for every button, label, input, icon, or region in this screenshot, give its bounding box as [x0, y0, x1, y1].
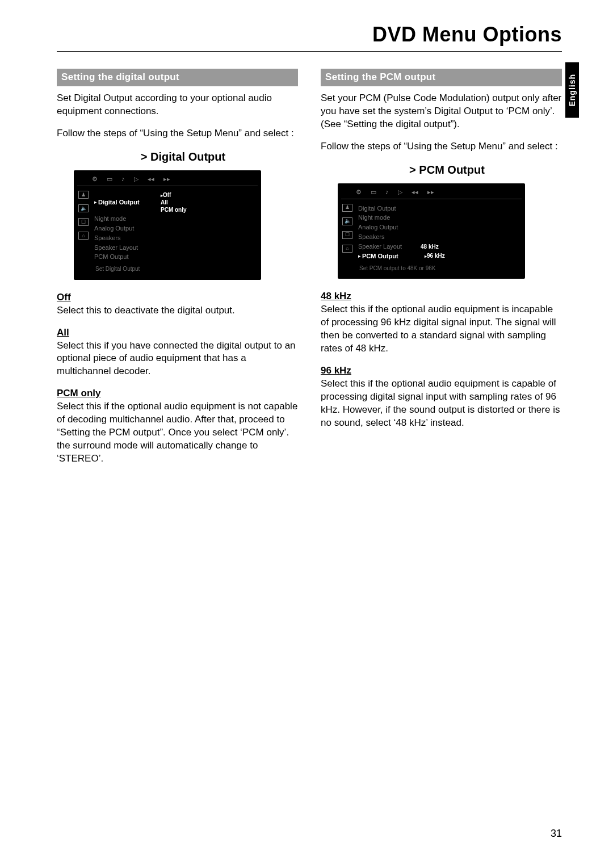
osd-status: Set PCM output to 48K or 96K	[358, 265, 522, 272]
osd-panel: ⚙ ▭ ♪ ▷ ◂◂ ▸▸ ♟ 🔈 ☐ ⌂ ▸	[74, 170, 261, 280]
menu-options: 48 kHz	[421, 243, 439, 250]
osd-screenshot-pcm: > PCM Output ⚙ ▭ ♪ ▷ ◂◂ ▸▸ ♟ 🔈 ☐ ⌂	[338, 162, 556, 279]
osd-panel: ⚙ ▭ ♪ ▷ ◂◂ ▸▸ ♟ 🔈 ☐ ⌂ Digital Output	[338, 183, 525, 279]
menu-row: ▸ Digital Output ▸Off All PCM only	[94, 191, 258, 214]
menu-options: ▸Off All PCM only	[161, 191, 187, 213]
menu-row: Digital Output	[358, 204, 522, 213]
menu-options: ▸96 kHz	[425, 252, 445, 259]
osd-title: > PCM Output	[338, 162, 556, 178]
lock-icon: ⌂	[78, 232, 89, 240]
play-icon: ▷	[134, 175, 138, 183]
lock-icon: ⌂	[342, 245, 352, 253]
screen-icon: ▭	[107, 175, 112, 183]
osd-screenshot-digital: > Digital Output ⚙ ▭ ♪ ▷ ◂◂ ▸▸ ♟ 🔈 ☐ ⌂	[74, 149, 292, 280]
menu-label: Night mode	[94, 215, 157, 223]
menu-label: PCM Output	[94, 253, 157, 261]
rewind-icon: ◂◂	[412, 188, 418, 196]
subtitle-icon: ☐	[342, 231, 352, 239]
speaker-icon: 🔈	[78, 204, 89, 212]
language-tab: English	[565, 62, 579, 118]
rewind-icon: ◂◂	[148, 175, 154, 183]
person-icon: ♟	[342, 204, 352, 212]
menu-row: ▸ PCM Output ▸96 kHz	[358, 251, 522, 261]
forward-icon: ▸▸	[163, 175, 170, 183]
osd-status: Set Digital Output	[94, 265, 258, 273]
osd-menu-list: ▸ Digital Output ▸Off All PCM only Night…	[94, 188, 258, 275]
osd-toolbar: ⚙ ▭ ♪ ▷ ◂◂ ▸▸	[77, 174, 258, 186]
play-icon: ▷	[398, 188, 402, 196]
follow-text: Follow the steps of “Using the Setup Men…	[57, 127, 298, 140]
title-rule	[57, 51, 562, 52]
slider-icon: ⚙	[92, 175, 98, 183]
menu-label: Analog Output	[358, 223, 421, 232]
menu-label: Speaker Layout	[94, 244, 157, 252]
menu-row: Night mode	[94, 214, 258, 224]
intro-text: Set your PCM (Pulse Code Modulation) out…	[321, 92, 562, 131]
right-column: Setting the PCM output Set your PCM (Pul…	[321, 69, 562, 475]
osd-toolbar: ⚙ ▭ ♪ ▷ ◂◂ ▸▸	[341, 187, 522, 199]
option-item: All	[161, 199, 187, 206]
osd-sidebar: ♟ 🔈 ☐ ⌂	[77, 188, 90, 275]
forward-icon: ▸▸	[427, 188, 434, 196]
option-body: Select this to deactivate the digital ou…	[57, 304, 298, 317]
intro-text: Set Digital Output according to your opt…	[57, 92, 298, 118]
menu-row: Speakers	[94, 233, 258, 243]
cursor-icon: ▸	[94, 199, 97, 206]
content-columns: Setting the digital output Set Digital O…	[57, 69, 562, 475]
menu-row: Analog Output	[358, 223, 522, 232]
audio-icon: ♪	[385, 188, 389, 196]
screen-icon: ▭	[371, 188, 376, 196]
menu-row: Speakers	[358, 232, 522, 242]
option-heading: Off	[57, 291, 298, 304]
option-item: ▸Off	[161, 191, 187, 199]
option-item: 48 kHz	[421, 243, 439, 250]
menu-row: Speaker Layout 48 kHz	[358, 242, 522, 251]
menu-label: Speakers	[358, 233, 421, 241]
menu-label: Speakers	[94, 234, 157, 242]
option-heading: All	[57, 326, 298, 339]
option-heading: 96 kHz	[321, 364, 562, 378]
osd-menu-list: Digital Output Night mode Analog Output …	[358, 202, 522, 275]
speaker-icon: 🔈	[342, 217, 352, 225]
audio-icon: ♪	[121, 175, 125, 183]
menu-row: Analog Output	[94, 224, 258, 233]
subtitle-icon: ☐	[78, 218, 89, 226]
option-body: Select this if you have connected the di…	[57, 339, 298, 379]
left-column: Setting the digital output Set Digital O…	[57, 69, 298, 475]
option-body: Select this if the optional audio equipm…	[321, 378, 562, 430]
option-heading: 48 kHz	[321, 290, 562, 303]
menu-label: Digital Output	[358, 204, 421, 213]
option-body: Select this if the optional audio equipm…	[57, 400, 298, 466]
option-body: Select this if the optional audio equipm…	[321, 303, 562, 355]
menu-label: Analog Output	[94, 224, 157, 233]
menu-label: PCM Output	[362, 252, 425, 261]
follow-text: Follow the steps of “Using the Setup Men…	[321, 140, 562, 153]
menu-row: Night mode	[358, 213, 522, 223]
option-heading: PCM only	[57, 387, 298, 400]
menu-row: Speaker Layout	[94, 243, 258, 253]
option-item: ▸96 kHz	[425, 252, 445, 259]
option-item: PCM only	[161, 206, 187, 213]
osd-title: > Digital Output	[74, 149, 292, 165]
section-heading-digital: Setting the digital output	[57, 69, 298, 86]
person-icon: ♟	[78, 191, 89, 199]
page-number: 31	[551, 828, 562, 840]
slider-icon: ⚙	[356, 188, 362, 196]
menu-label: Speaker Layout	[358, 242, 421, 251]
menu-row: PCM Output	[94, 252, 258, 262]
cursor-icon: ▸	[358, 253, 361, 259]
menu-label: Night mode	[358, 213, 421, 222]
section-heading-pcm: Setting the PCM output	[321, 69, 562, 86]
menu-label: Digital Output	[98, 198, 161, 207]
osd-sidebar: ♟ 🔈 ☐ ⌂	[341, 202, 354, 275]
page-title: DVD Menu Options	[57, 23, 562, 47]
